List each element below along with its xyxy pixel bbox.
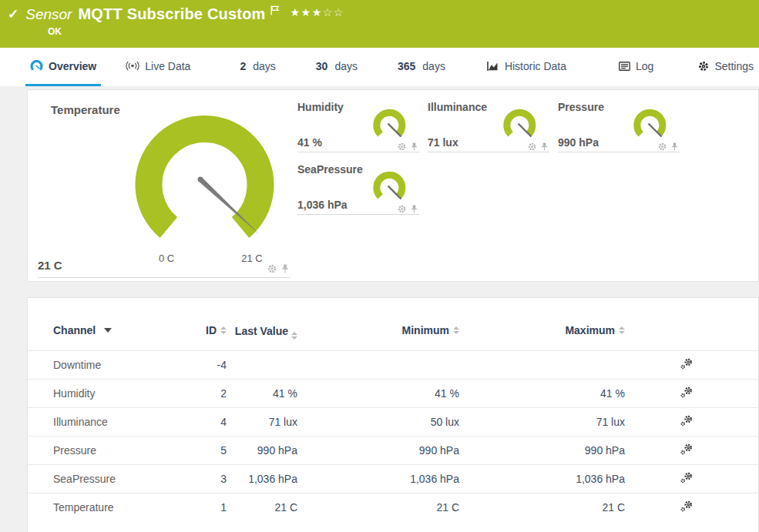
mini-gauge-dial [631,109,670,145]
channel-table-panel: Channel ID Last Value Minimum Maximum [27,297,759,532]
mini-gauge-value: 1,036 hPa [297,199,348,211]
gear-icon[interactable] [267,263,277,276]
mini-gauge-value: 71 lux [428,136,458,149]
column-header-id[interactable]: ID [166,320,227,351]
edit-channel-gears-icon[interactable] [680,443,693,457]
flag-icon[interactable] [270,5,280,18]
channel-row: Illuminance 4 71 lux 50 lux 71 lux [28,408,759,437]
channel-name-cell[interactable]: Temperature [28,494,166,522]
gear-icon[interactable] [398,202,406,216]
channel-last-value-cell: 21 C [227,494,297,522]
sort-icon [453,326,459,334]
gauges-panel: Temperature 0 C 21 C 21 C Humidity [27,89,759,282]
gear-icon[interactable] [528,140,536,154]
mini-gauge-dial [371,171,409,207]
channel-last-value-cell: 71 lux [227,408,297,437]
channel-maximum-cell: 990 hPa [459,437,625,465]
channel-table: Channel ID Last Value Minimum Maximum [28,320,759,521]
edit-channel-gears-icon[interactable] [680,415,693,429]
gear-icon[interactable] [398,140,406,154]
pin-icon[interactable] [281,263,289,276]
channel-id-cell: 3 [166,465,227,494]
pin-icon[interactable] [411,202,418,216]
channel-last-value-cell: 1,036 hPa [227,465,297,494]
table-header-row: Channel ID Last Value Minimum Maximum [28,320,759,351]
mini-gauge-value: 990 hPa [558,136,599,149]
pin-icon[interactable] [541,140,548,154]
pin-icon[interactable] [411,140,418,154]
channel-row: Downtime -4 [28,351,759,380]
edit-channel-gears-icon[interactable] [680,386,693,400]
gauge-icon [30,60,43,72]
channel-id-cell: 1 [166,494,227,522]
channel-id-cell: 5 [166,437,227,465]
channel-name-cell[interactable]: Downtime [28,351,166,380]
channel-row: Pressure 5 990 hPa 990 hPa 990 hPa [28,437,759,465]
gear-icon [698,61,709,72]
channel-maximum-cell: 1,036 hPa [459,465,625,494]
tab-settings[interactable]: Settings [694,48,758,86]
channel-minimum-cell: 50 lux [297,408,459,437]
column-header-maximum[interactable]: Maximum [459,320,625,351]
tab-365-days[interactable]: 365 days [393,48,450,86]
channel-id-cell: -4 [166,351,227,380]
channel-name-cell[interactable]: SeaPressure [28,465,166,494]
gauge-scale-min: 0 C [151,253,182,264]
column-header-last-value[interactable]: Last Value [227,320,297,351]
status-badge: OK [48,26,62,37]
mini-gauge-title: Illuminance [428,101,487,113]
channel-name-cell[interactable]: Illuminance [28,408,166,437]
mini-gauge-card: Illuminance 71 lux [428,98,549,152]
channel-row: Humidity 2 41 % 41 % 41 % [28,380,759,408]
sort-icon [291,332,297,340]
mini-gauge-title: SeaPressure [297,163,363,176]
mini-gauge-title: Pressure [558,101,604,113]
sort-icon [220,326,227,334]
tab-overview[interactable]: Overview [25,48,101,86]
edit-channel-gears-icon[interactable] [680,358,693,372]
object-kind-label: Sensor [25,6,72,23]
column-header-minimum[interactable]: Minimum [297,320,459,351]
channel-name-cell[interactable]: Humidity [28,380,166,408]
broadcast-icon [126,61,139,71]
tab-historic-data[interactable]: Historic Data [482,48,571,86]
tab-log[interactable]: Log [614,48,658,86]
chevron-down-icon [104,328,112,333]
channel-last-value-cell: 990 hPa [227,437,297,465]
mini-gauge-title: Humidity [297,101,344,113]
mini-gauge-card: Pressure 990 hPa [558,98,680,152]
sort-icon [619,326,625,334]
tab-2-days[interactable]: 2 days [235,48,280,86]
channel-maximum-cell: 21 C [459,494,625,522]
tab-bar: Overview Live Data 2 days 30 days 365 da… [0,48,759,86]
column-header-channel[interactable]: Channel [28,320,166,351]
priority-stars[interactable]: ★★★☆☆ [291,6,344,18]
mini-gauge-dial [501,109,539,145]
mini-gauge-dial [371,109,409,145]
pin-icon[interactable] [671,140,678,154]
mini-gauge-grid: Humidity 41 % [297,98,690,223]
channel-id-cell: 4 [166,408,227,437]
edit-channel-gears-icon[interactable] [680,500,693,514]
channel-minimum-cell [297,351,459,380]
temperature-value: 21 C [38,259,62,272]
tab-live-data[interactable]: Live Data [121,48,195,86]
channel-name-cell[interactable]: Pressure [28,437,166,465]
tab-30-days[interactable]: 30 days [311,48,362,86]
gear-icon[interactable] [658,140,667,154]
channel-row: Temperature 1 21 C 21 C 21 C [28,494,759,522]
area-chart-icon [487,61,499,72]
channel-last-value-cell [227,351,297,380]
temperature-gauge-title: Temperature [51,103,120,116]
channel-maximum-cell: 71 lux [459,408,625,437]
channel-minimum-cell: 1,036 hPa [297,465,459,494]
edit-channel-gears-icon[interactable] [680,472,693,486]
channel-minimum-cell: 21 C [297,494,459,522]
channel-maximum-cell: 41 % [459,380,625,408]
mini-gauge-card: Humidity 41 % [297,98,419,152]
mini-gauge-value: 41 % [297,136,322,149]
mini-gauge-card: SeaPressure 1,036 hPa [297,160,419,215]
sensor-header: ✓ Sensor MQTT Subscribe Custom ★★★☆☆ OK [0,0,759,48]
channel-minimum-cell: 41 % [297,380,459,408]
status-ok-check-icon: ✓ [8,6,18,22]
